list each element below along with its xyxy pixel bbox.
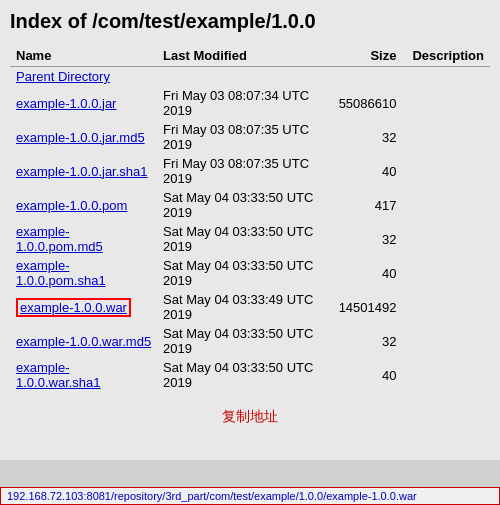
file-name-cell: example-1.0.0.pom [10,188,157,222]
file-size-cell: 40 [333,154,407,188]
file-size-cell: 32 [333,222,407,256]
file-link[interactable]: example-1.0.0.war [16,298,131,317]
file-link[interactable]: example-1.0.0.jar.md5 [16,130,145,145]
file-date-cell: Sat May 04 03:33:49 UTC 2019 [157,290,333,324]
table-row: example-1.0.0.pomSat May 04 03:33:50 UTC… [10,188,490,222]
file-table: Name Last Modified Size Description Pare… [10,45,490,392]
col-name: Name [10,45,157,67]
file-name-cell: example-1.0.0.jar.md5 [10,120,157,154]
file-date-cell: Sat May 04 03:33:50 UTC 2019 [157,358,333,392]
file-size-cell: 14501492 [333,290,407,324]
col-size: Size [333,45,407,67]
file-desc-cell [406,290,490,324]
main-content: Index of /com/test/example/1.0.0 Name La… [0,0,500,460]
table-row: example-1.0.0.jar.md5Fri May 03 08:07:35… [10,120,490,154]
file-desc-cell [406,120,490,154]
file-name-cell: example-1.0.0.jar [10,86,157,120]
file-name-cell: example-1.0.0.pom.md5 [10,222,157,256]
file-link[interactable]: example-1.0.0.war.md5 [16,334,151,349]
file-date-cell: Sat May 04 03:33:50 UTC 2019 [157,188,333,222]
file-desc-cell [406,358,490,392]
file-name-cell: example-1.0.0.pom.sha1 [10,256,157,290]
col-last-modified: Last Modified [157,45,333,67]
file-name-cell: example-1.0.0.war.sha1 [10,358,157,392]
file-date-cell: Fri May 03 08:07:35 UTC 2019 [157,154,333,188]
parent-directory-link[interactable]: Parent Directory [16,69,110,84]
parent-directory-cell: Parent Directory [10,67,490,87]
table-row: example-1.0.0.pom.md5Sat May 04 03:33:50… [10,222,490,256]
file-size-cell: 40 [333,358,407,392]
file-link[interactable]: example-1.0.0.pom.sha1 [16,258,106,288]
table-row: example-1.0.0.jar.sha1Fri May 03 08:07:3… [10,154,490,188]
table-row: example-1.0.0.warSat May 04 03:33:49 UTC… [10,290,490,324]
file-size-cell: 32 [333,324,407,358]
table-row: example-1.0.0.war.sha1Sat May 04 03:33:5… [10,358,490,392]
file-date-cell: Sat May 04 03:33:50 UTC 2019 [157,324,333,358]
file-date-cell: Sat May 04 03:33:50 UTC 2019 [157,256,333,290]
file-name-cell: example-1.0.0.jar.sha1 [10,154,157,188]
file-date-cell: Fri May 03 08:07:35 UTC 2019 [157,120,333,154]
file-link[interactable]: example-1.0.0.jar.sha1 [16,164,148,179]
page-title: Index of /com/test/example/1.0.0 [10,10,490,33]
file-date-cell: Fri May 03 08:07:34 UTC 2019 [157,86,333,120]
file-name-cell: example-1.0.0.war [10,290,157,324]
file-size-cell: 40 [333,256,407,290]
copy-link-button[interactable]: 复制地址 [10,408,490,426]
file-link[interactable]: example-1.0.0.pom.md5 [16,224,103,254]
file-desc-cell [406,222,490,256]
file-desc-cell [406,188,490,222]
file-name-cell: example-1.0.0.war.md5 [10,324,157,358]
file-desc-cell [406,154,490,188]
table-row: example-1.0.0.jarFri May 03 08:07:34 UTC… [10,86,490,120]
file-desc-cell [406,256,490,290]
file-desc-cell [406,324,490,358]
file-link[interactable]: example-1.0.0.jar [16,96,116,111]
file-link[interactable]: example-1.0.0.war.sha1 [16,360,101,390]
table-row: example-1.0.0.war.md5Sat May 04 03:33:50… [10,324,490,358]
col-description: Description [406,45,490,67]
file-date-cell: Sat May 04 03:33:50 UTC 2019 [157,222,333,256]
file-link[interactable]: example-1.0.0.pom [16,198,127,213]
file-size-cell: 55086610 [333,86,407,120]
file-size-cell: 32 [333,120,407,154]
file-size-cell: 417 [333,188,407,222]
parent-directory-row: Parent Directory [10,67,490,87]
table-row: example-1.0.0.pom.sha1Sat May 04 03:33:5… [10,256,490,290]
status-bar: 192.168.72.103:8081/repository/3rd_part/… [0,487,500,505]
file-desc-cell [406,86,490,120]
